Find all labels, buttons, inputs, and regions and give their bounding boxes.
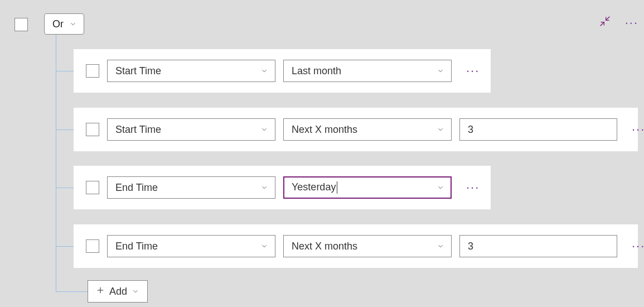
operator-dropdown[interactable]: Yesterday bbox=[283, 176, 452, 199]
tree-connector-horizontal bbox=[56, 188, 74, 188]
field-value: End Time bbox=[115, 182, 158, 194]
row-more-menu[interactable]: ··· bbox=[632, 239, 644, 253]
group-more-menu[interactable]: ··· bbox=[625, 17, 638, 29]
chevron-down-icon bbox=[437, 67, 444, 75]
row-select-checkbox[interactable] bbox=[86, 64, 99, 78]
tree-connector-horizontal bbox=[56, 71, 74, 71]
field-value: Start Time bbox=[115, 124, 161, 136]
group-select-checkbox[interactable] bbox=[14, 18, 28, 31]
tree-connector-horizontal bbox=[56, 246, 74, 247]
chevron-down-icon bbox=[69, 20, 77, 28]
collapse-icon[interactable] bbox=[599, 16, 611, 30]
condition-row: End Time Yesterday ··· bbox=[74, 166, 491, 209]
row-select-checkbox[interactable] bbox=[86, 239, 99, 253]
chevron-down-icon bbox=[437, 242, 444, 250]
operator-value: Yesterday bbox=[292, 181, 337, 194]
group-operator-label: Or bbox=[52, 18, 64, 30]
tree-connector-horizontal bbox=[56, 291, 88, 292]
chevron-down-icon bbox=[260, 126, 268, 133]
add-condition-button[interactable]: Add bbox=[88, 280, 148, 303]
row-more-menu[interactable]: ··· bbox=[466, 64, 480, 78]
condition-row: Start Time Last month ··· bbox=[74, 49, 491, 93]
operator-value: Next X months bbox=[292, 124, 357, 136]
operator-dropdown[interactable]: Next X months bbox=[283, 235, 452, 257]
field-dropdown[interactable]: End Time bbox=[107, 176, 275, 199]
tree-connector-vertical bbox=[56, 35, 56, 291]
field-value: End Time bbox=[115, 241, 158, 252]
field-value: Start Time bbox=[115, 65, 161, 77]
operator-value: Last month bbox=[292, 65, 341, 77]
row-more-menu[interactable]: ··· bbox=[466, 180, 480, 195]
add-button-label: Add bbox=[109, 286, 127, 298]
plus-icon bbox=[96, 286, 105, 298]
row-more-menu[interactable]: ··· bbox=[632, 122, 644, 137]
chevron-down-icon bbox=[260, 242, 268, 250]
chevron-down-icon bbox=[437, 126, 444, 133]
value-input[interactable]: 3 bbox=[459, 118, 617, 141]
operator-value: Next X months bbox=[292, 241, 357, 252]
operator-dropdown[interactable]: Next X months bbox=[283, 118, 452, 141]
chevron-down-icon bbox=[260, 67, 268, 75]
field-dropdown[interactable]: End Time bbox=[107, 235, 275, 257]
value-text: 3 bbox=[468, 241, 473, 252]
row-select-checkbox[interactable] bbox=[86, 123, 99, 136]
condition-row: End Time Next X months 3 ··· bbox=[74, 224, 638, 268]
operator-dropdown[interactable]: Last month bbox=[283, 60, 452, 82]
chevron-down-icon bbox=[437, 184, 444, 191]
chevron-down-icon bbox=[132, 287, 139, 295]
field-dropdown[interactable]: Start Time bbox=[107, 118, 275, 141]
condition-row: Start Time Next X months 3 ··· bbox=[74, 108, 638, 151]
field-dropdown[interactable]: Start Time bbox=[107, 60, 275, 82]
value-text: 3 bbox=[468, 124, 473, 136]
tree-connector-horizontal bbox=[56, 129, 74, 130]
row-select-checkbox[interactable] bbox=[86, 181, 99, 194]
chevron-down-icon bbox=[260, 184, 268, 191]
group-operator-dropdown[interactable]: Or bbox=[44, 13, 84, 35]
value-input[interactable]: 3 bbox=[459, 235, 617, 257]
